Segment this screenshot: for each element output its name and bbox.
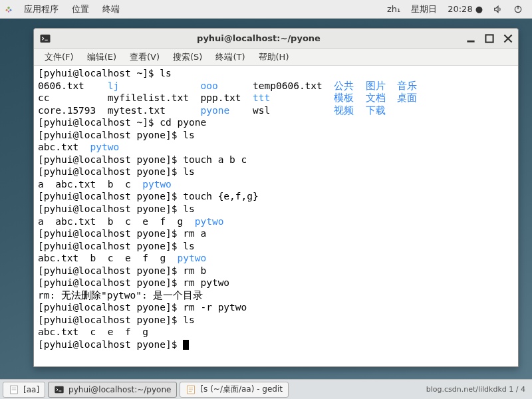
terminal-icon (39, 33, 51, 45)
input-method-indicator[interactable]: zh₁ (382, 4, 406, 14)
taskbar-right-text: blog.csdn.net/lildkdkd 1 / 4 (422, 385, 529, 394)
terminal-window: pyhui@localhost:~/pyone 文件(F) 编辑(E) 查看(V… (33, 28, 519, 367)
svg-point-2 (9, 9, 11, 11)
menu-terminal[interactable]: 终端 (96, 3, 126, 15)
close-button[interactable] (503, 34, 513, 43)
menu-applications[interactable]: 应用程序 (17, 3, 65, 15)
clock-day[interactable]: 星期日 (406, 3, 442, 15)
dot-icon: ● (475, 4, 483, 14)
menu-places[interactable]: 位置 (65, 3, 96, 15)
menu-edit[interactable]: 编辑(E) (80, 51, 123, 63)
window-title: pyhui@localhost:~/pyone (51, 33, 466, 43)
task-button-gedit-s[interactable]: [s (~/桌面/aa) - gedit (180, 382, 289, 398)
gedit-icon (186, 384, 196, 395)
taskbar: [aa] pyhui@localhost:~/pyone [s (~/桌面/aa… (0, 379, 532, 399)
menu-file[interactable]: 文件(F) (38, 51, 80, 63)
svg-point-3 (8, 11, 9, 12)
minimize-button[interactable] (466, 34, 475, 43)
menu-terminal[interactable]: 终端(T) (209, 51, 251, 63)
svg-rect-8 (485, 35, 493, 42)
menubar: 文件(F) 编辑(E) 查看(V) 搜索(S) 终端(T) 帮助(H) (34, 49, 518, 66)
gedit-icon (9, 384, 19, 395)
maximize-button[interactable] (485, 34, 494, 43)
task-button-gedit-aa[interactable]: [aa] (3, 382, 45, 398)
menu-search[interactable]: 搜索(S) (166, 51, 209, 63)
task-label: pyhui@localhost:~/pyone (68, 385, 171, 394)
titlebar[interactable]: pyhui@localhost:~/pyone (34, 29, 518, 49)
power-icon[interactable] (508, 5, 528, 14)
task-label: [aa] (23, 385, 39, 394)
cursor (183, 340, 189, 350)
svg-rect-6 (41, 35, 51, 43)
gnome-logo-icon (4, 5, 13, 14)
svg-point-1 (6, 9, 8, 11)
volume-icon[interactable] (488, 5, 508, 14)
top-panel: 应用程序 位置 终端 zh₁ 星期日 20:28 ● (0, 0, 532, 19)
terminal-output[interactable]: [pyhui@localhost ~]$ ls 0606.txt lj ooo … (34, 66, 518, 366)
clock-time[interactable]: 20:28 ● (442, 4, 488, 14)
menu-view[interactable]: 查看(V) (123, 51, 166, 63)
task-label: [s (~/桌面/aa) - gedit (200, 384, 283, 395)
task-button-terminal[interactable]: pyhui@localhost:~/pyone (48, 382, 177, 398)
terminal-icon (54, 384, 65, 395)
menu-help[interactable]: 帮助(H) (252, 51, 296, 63)
svg-point-0 (7, 6, 10, 8)
svg-rect-12 (55, 386, 63, 393)
